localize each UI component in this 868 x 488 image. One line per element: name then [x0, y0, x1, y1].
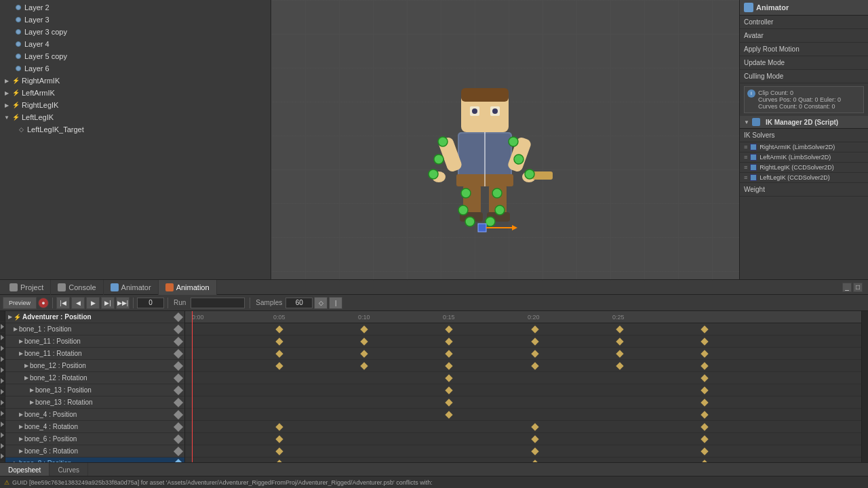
keyframe[interactable] — [531, 338, 538, 345]
hierarchy-item-layer4[interactable]: Layer 4 — [0, 38, 271, 50]
keyframe[interactable] — [701, 350, 708, 357]
keyframe[interactable] — [275, 435, 283, 443]
keyframe[interactable] — [531, 362, 538, 369]
keyframe[interactable] — [701, 325, 708, 333]
goto-end-button[interactable]: ▶▶| — [116, 297, 130, 309]
keyframe[interactable] — [531, 460, 538, 462]
record-button[interactable]: ● — [38, 298, 49, 308]
drag-handle[interactable]: ≡ — [744, 174, 747, 181]
track-adventurer-position[interactable]: ▶ ⚡ Adventurer : Position — [5, 311, 184, 323]
drag-handle[interactable]: ≡ — [744, 164, 747, 171]
keyframe-add-btn[interactable] — [174, 446, 183, 455]
keyframe[interactable] — [275, 447, 283, 455]
track-bone8-position[interactable]: ▶ bone_8 : Position — [5, 458, 184, 462]
hierarchy-item-rightlegik[interactable]: ▶ ⚡ RightLegIK — [0, 99, 271, 111]
keyframe[interactable] — [445, 399, 452, 406]
frame-input[interactable] — [137, 298, 164, 308]
timeline-scrollbar[interactable] — [861, 311, 868, 462]
keyframe[interactable] — [360, 338, 368, 345]
keyframe[interactable] — [275, 423, 283, 430]
keyframe[interactable] — [701, 460, 708, 462]
keyframe[interactable] — [701, 435, 708, 443]
maximize-button[interactable]: □ — [853, 283, 863, 292]
hierarchy-list[interactable]: Layer 2 Layer 3 Layer 3 copy Layer 4 Lay — [0, 0, 271, 279]
ik-checkbox[interactable] — [750, 144, 757, 150]
samples-input[interactable] — [285, 298, 313, 308]
track-bone13-rotation[interactable]: ▶ bone_13 : Rotation — [5, 396, 184, 409]
keyframe-add-btn[interactable] — [174, 312, 183, 321]
preview-button[interactable]: Preview — [3, 297, 37, 309]
ik-checkbox[interactable] — [750, 174, 757, 181]
keyframe[interactable] — [701, 411, 708, 418]
add-event-button[interactable]: | — [329, 297, 342, 309]
tab-project[interactable]: Project — [3, 280, 51, 295]
hierarchy-item-layer3copy[interactable]: Layer 3 copy — [0, 26, 271, 38]
keyframe[interactable] — [275, 338, 283, 345]
track-bone11-rotation[interactable]: ▶ bone_11 : Rotation — [5, 348, 184, 360]
keyframe-add-btn[interactable] — [174, 397, 183, 407]
keyframe[interactable] — [445, 411, 452, 418]
keyframe[interactable] — [701, 386, 708, 394]
keyframe-add-btn[interactable] — [174, 458, 183, 462]
ik-checkbox[interactable] — [750, 154, 757, 161]
keyframe-add-btn[interactable] — [174, 324, 183, 333]
keyframe[interactable] — [275, 460, 283, 462]
drag-handle[interactable]: ≡ — [744, 154, 747, 161]
keyframe[interactable] — [360, 350, 368, 357]
hierarchy-item-layer2[interactable]: Layer 2 — [0, 1, 271, 14]
keyframe[interactable] — [275, 350, 283, 357]
track-bone6-rotation[interactable]: ▶ bone_6 : Rotation — [5, 445, 184, 458]
keyframe[interactable] — [445, 338, 452, 345]
keyframe[interactable] — [701, 374, 708, 382]
step-forward-button[interactable]: ▶| — [101, 297, 115, 309]
track-bone13-position[interactable]: ▶ bone_13 : Position — [5, 384, 184, 396]
hierarchy-item-layer3[interactable]: Layer 3 — [0, 14, 271, 26]
keyframe[interactable] — [275, 362, 283, 369]
tab-dopesheet[interactable]: Dopesheet — [0, 463, 50, 476]
goto-start-button[interactable]: |◀ — [56, 297, 70, 309]
hierarchy-item-leftarmik[interactable]: ▶ ⚡ LeftArmIK — [0, 87, 271, 99]
keyframe[interactable] — [531, 325, 538, 333]
track-bone12-position[interactable]: ▶ bone_12 : Position — [5, 360, 184, 372]
viewport[interactable] — [271, 0, 739, 279]
keyframe[interactable] — [616, 338, 623, 345]
hierarchy-item-leftlegik[interactable]: ▼ ⚡ LeftLegIK — [0, 111, 271, 123]
keyframe[interactable] — [701, 447, 708, 455]
keyframe[interactable] — [531, 350, 538, 357]
keyframe[interactable] — [360, 362, 368, 369]
keyframe[interactable] — [445, 325, 452, 333]
keyframe-add-btn[interactable] — [174, 361, 183, 370]
keyframe[interactable] — [445, 350, 452, 357]
keyframe-add-btn[interactable] — [174, 348, 183, 358]
step-back-button[interactable]: ◀ — [71, 297, 85, 309]
keyframe[interactable] — [445, 362, 452, 369]
tab-animation[interactable]: Animation — [159, 280, 217, 295]
track-bone4-position[interactable]: ▶ bone_4 : Position — [5, 409, 184, 421]
hierarchy-item-leftlegik-target[interactable]: ◇ LeftLegIK_Target — [0, 123, 271, 136]
hierarchy-item-layer6[interactable]: Layer 6 — [0, 62, 271, 75]
track-bone12-rotation[interactable]: ▶ bone_12 : Rotation — [5, 372, 184, 384]
keyframe[interactable] — [701, 338, 708, 345]
track-bone4-rotation[interactable]: ▶ bone_4 : Rotation — [5, 421, 184, 433]
ik-checkbox[interactable] — [750, 164, 757, 171]
keyframe[interactable] — [531, 435, 538, 443]
keyframe[interactable] — [616, 325, 623, 333]
keyframe[interactable] — [616, 362, 623, 369]
keyframe[interactable] — [360, 325, 368, 333]
keyframe-add-btn[interactable] — [174, 409, 183, 419]
add-keyframe-button[interactable]: ◇ — [314, 297, 328, 309]
keyframe[interactable] — [531, 423, 538, 430]
keyframe[interactable] — [531, 447, 538, 455]
keyframe-add-btn[interactable] — [174, 434, 183, 443]
tab-curves[interactable]: Curves — [50, 463, 88, 476]
minimize-button[interactable]: _ — [842, 283, 852, 292]
keyframe-add-btn[interactable] — [174, 373, 183, 382]
tab-console[interactable]: Console — [51, 280, 103, 295]
run-dropdown[interactable] — [191, 298, 245, 308]
hierarchy-item-rightarmik[interactable]: ▶ ⚡ RightArmIK — [0, 75, 271, 87]
keyframe-add-btn[interactable] — [174, 385, 183, 394]
track-bone6-position[interactable]: ▶ bone_6 : Position — [5, 433, 184, 445]
keyframe[interactable] — [616, 350, 623, 357]
play-button[interactable]: ▶ — [86, 297, 100, 309]
keyframe[interactable] — [701, 399, 708, 406]
